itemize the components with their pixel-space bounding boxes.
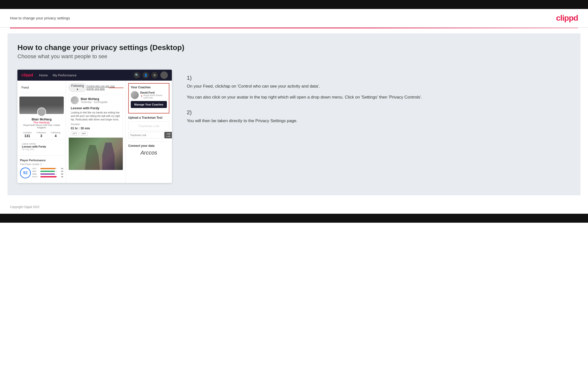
instruction-text-1b: You can also click on your avatar in the… (187, 94, 571, 101)
badge-ott: OTT (71, 132, 79, 136)
app-right-panel: Your Coaches David Ford 📍 Royal North De… (126, 81, 172, 183)
post-duration-value: 01 hr : 30 min (71, 127, 121, 130)
instruction-2: 2) You will then be taken directly to th… (187, 109, 571, 124)
player-performance: Player Performance Total Player Quality … (17, 157, 66, 180)
instruction-text-2: You will then be taken directly to the P… (187, 118, 571, 124)
post-header: Blair McHarg Yesterday · Sunningdale (69, 94, 123, 106)
avatar (37, 107, 46, 116)
instruction-number-1: 1) (187, 75, 571, 81)
header: How to change your privacy settings clip… (0, 9, 588, 28)
content-layout: clippd Home My Performance 🔍 👤 ⊕ Feed (17, 70, 571, 183)
manage-coaches-button[interactable]: Manage Your Coaches (131, 101, 167, 108)
following-bar: Following ▾ Control who can see your act… (68, 83, 123, 92)
metric-putt: PUTT 96 (32, 176, 63, 178)
upload-title: Upload a Trackman Test (128, 116, 169, 119)
connect-data-section: Connect your data Arccos (128, 141, 169, 156)
stat-activities: Activities 131 (23, 131, 32, 138)
golfer-figure-2 (102, 143, 115, 170)
post-meta: Yesterday · Sunningdale (81, 101, 108, 104)
profile-name: Blair McHarg (19, 117, 64, 121)
coach-avatar (131, 91, 139, 99)
app-nav-links: Home My Performance (39, 73, 133, 77)
nav-link-home[interactable]: Home (39, 73, 48, 77)
connect-title: Connect your data (128, 144, 169, 148)
following-button[interactable]: Following ▾ (68, 83, 87, 92)
coach-club: 📍 Royal North Devon Golf Club (140, 94, 167, 99)
page-subheading: Choose what you want people to see (17, 53, 571, 60)
logo: clippd (556, 13, 578, 23)
coach-card: David Ford 📍 Royal North Devon Golf Club (131, 91, 167, 99)
feed-tab[interactable]: Feed (17, 84, 66, 91)
main-content: How to change your privacy settings (Des… (7, 33, 581, 195)
app-feed: Following ▾ Control who can see your act… (66, 81, 126, 183)
post-author-name: Blair McHarg (81, 97, 108, 101)
post-badges: OTT APP (71, 132, 121, 136)
profile-tag: Plus Handicap (19, 121, 64, 124)
trackman-input-row: Add Link (128, 132, 169, 138)
search-icon[interactable]: 🔍 (133, 72, 140, 78)
metrics: OTT 90 APP 85 ARG (32, 167, 63, 178)
metric-app: APP 85 (32, 170, 63, 172)
app-navbar: clippd Home My Performance 🔍 👤 ⊕ (17, 70, 172, 81)
badge-app: APP (80, 132, 88, 136)
coaches-annotation-box: Your Coaches David Ford 📍 Royal North De… (128, 83, 169, 113)
score-circle: 92 (20, 167, 31, 178)
nav-link-my-performance[interactable]: My Performance (53, 73, 76, 77)
post-description: Looking to feel like my hands are exitin… (71, 111, 121, 121)
golfer-figure-1 (85, 145, 100, 170)
instruction-text-1: On your Feed, click/tap on 'Control who … (187, 83, 571, 90)
trackman-link-placeholder-text: Trackman Link (138, 124, 159, 128)
trackman-placeholder: Trackman Link (128, 121, 169, 130)
instructions-panel: 1) On your Feed, click/tap on 'Control w… (182, 70, 571, 133)
accent-divider (10, 28, 578, 28)
annotation-arrow (109, 88, 124, 88)
post-card: Blair McHarg Yesterday · Sunningdale Les… (68, 94, 123, 170)
arccos-text: Arccos (128, 150, 169, 156)
plus-circle-icon[interactable]: ⊕ (151, 72, 158, 78)
coach-name: David Ford (140, 91, 167, 94)
stat-following: Following 4 (51, 131, 60, 138)
profile-club: Royal North Devon Golf Club, United King… (19, 124, 64, 129)
person-icon[interactable]: 👤 (142, 72, 149, 78)
post-title: Lesson with Fordy (71, 106, 121, 110)
app-sidebar: Feed Blair McHarg Plus Handicap Royal No… (17, 81, 66, 183)
stat-followers: Followers 3 (36, 131, 46, 138)
page-browser-title: How to change your privacy settings (10, 16, 70, 20)
bottom-bar (0, 214, 588, 223)
app-nav-icons: 🔍 👤 ⊕ (133, 71, 168, 79)
app-body: Feed Blair McHarg Plus Handicap Royal No… (17, 81, 172, 183)
copyright: Copyright Clippd 2022 (10, 205, 40, 209)
instruction-number-2: 2) (187, 109, 571, 116)
app-logo: clippd (21, 73, 33, 77)
latest-activity: Latest Activity Lesson with Fordy 03 Aug… (19, 141, 64, 152)
coaches-section-title: Your Coaches (131, 86, 167, 89)
post-body: Lesson with Fordy Looking to feel like m… (69, 106, 123, 138)
post-avatar (71, 96, 79, 104)
profile-image-area (19, 97, 64, 114)
stats-row: Activities 131 Followers 3 Following 4 (19, 131, 64, 138)
app-mockup: clippd Home My Performance 🔍 👤 ⊕ Feed (17, 70, 172, 183)
instruction-1: 1) On your Feed, click/tap on 'Control w… (187, 75, 571, 100)
top-bar (0, 0, 588, 9)
metric-arg: ARG 86 (32, 173, 63, 175)
profile-section: Blair McHarg Plus Handicap Royal North D… (17, 95, 66, 154)
metric-ott: OTT 90 (32, 167, 63, 170)
post-duration-label: Duration (71, 123, 121, 126)
footer: Copyright Clippd 2022 (0, 200, 588, 214)
post-image (69, 138, 123, 170)
upload-trackman-section: Upload a Trackman Test Trackman Link Add… (128, 116, 169, 138)
trackman-link-input[interactable] (128, 132, 163, 138)
add-link-button[interactable]: Add Link (164, 132, 172, 138)
page-title: How to change your privacy settings (Des… (17, 43, 571, 52)
avatar-icon[interactable] (160, 71, 168, 79)
